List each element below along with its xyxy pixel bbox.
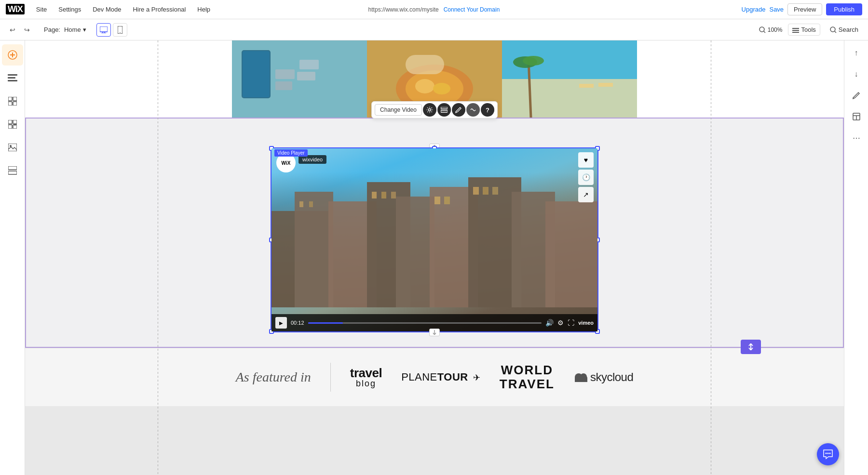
arrow-down-icon[interactable]: ↓ (848, 66, 865, 83)
svg-point-44 (433, 83, 450, 94)
volume-icon[interactable]: 🔊 (545, 319, 554, 327)
change-video-button[interactable]: Change Video (375, 104, 422, 116)
upgrade-button[interactable]: Upgrade (742, 6, 766, 13)
animation-icon-button[interactable] (466, 103, 480, 117)
svg-rect-75 (492, 187, 498, 195)
sidebar-item-blog[interactable] (2, 67, 23, 89)
svg-rect-71 (434, 197, 440, 204)
arrow-up-icon[interactable]: ↑ (848, 44, 865, 62)
svg-rect-72 (444, 197, 450, 204)
video-time: 00:12 (291, 320, 304, 326)
settings-video-icon[interactable]: ⚙ (557, 319, 564, 327)
fullscreen-icon[interactable]: ⛶ (568, 319, 574, 327)
svg-rect-37 (275, 81, 292, 90)
svg-rect-74 (483, 187, 488, 195)
video-toolbar: Change Video ? (371, 101, 498, 119)
undo-button[interactable]: ↩ (6, 23, 19, 37)
svg-rect-51 (579, 84, 594, 88)
share-icon-button[interactable]: ↗ (578, 187, 594, 202)
pencil-right-icon[interactable] (848, 87, 865, 104)
svg-point-53 (428, 109, 431, 111)
redo-button[interactable]: ↪ (20, 23, 34, 37)
pencil-icon-button[interactable] (452, 103, 465, 117)
svg-rect-47 (502, 79, 637, 118)
editor-toolbar: ↩ ↪ Page: Home ▾ 100% Tools Search (0, 19, 868, 40)
nav-site[interactable]: Site (32, 4, 51, 15)
chat-button[interactable] (817, 443, 839, 465)
svg-rect-68 (372, 192, 377, 198)
progress-bar[interactable] (308, 322, 542, 324)
zoom-control[interactable]: 100% (759, 26, 783, 33)
svg-rect-39 (299, 60, 319, 69)
nav-help[interactable]: Help (193, 4, 214, 15)
svg-point-11 (830, 27, 835, 32)
mobile-view-button[interactable] (113, 23, 127, 37)
svg-rect-23 (8, 120, 12, 124)
svg-rect-9 (792, 30, 799, 31)
url-bar-section: https://www.wix.com/mysite Connect Your … (368, 6, 500, 13)
brand-skycloud: skycloud (574, 370, 633, 384)
search-button[interactable]: Search (826, 24, 862, 35)
svg-rect-55 (441, 110, 448, 112)
publish-button[interactable]: Publish (826, 3, 862, 15)
top-toolbar: WiX Site Settings Dev Mode Hire a Profes… (0, 0, 868, 19)
undo-redo-group: ↩ ↪ (6, 23, 34, 37)
chevron-down-icon: ▾ (83, 26, 86, 33)
top-right-actions: Upgrade Save Preview Publish (742, 3, 862, 15)
svg-line-12 (835, 31, 836, 33)
nav-hire-professional[interactable]: Hire a Professional (129, 4, 190, 15)
video-player-wrapper: Video Player (271, 147, 598, 332)
svg-rect-20 (13, 97, 17, 101)
sidebar-item-pages[interactable] (2, 91, 23, 112)
sidebar-item-app-market[interactable] (2, 114, 23, 135)
tools-label: Tools (801, 26, 815, 33)
svg-point-85 (826, 453, 827, 454)
help-icon-button[interactable]: ? (481, 103, 494, 117)
svg-rect-54 (441, 107, 448, 109)
layout-icon-button[interactable] (437, 103, 451, 117)
sidebar-item-sections[interactable] (2, 160, 23, 181)
svg-rect-67 (309, 201, 313, 207)
tools-button[interactable]: Tools (788, 24, 820, 36)
video-content: WiX wixvideo ♥ 🕐 ↗ ▶ 00:12 (271, 148, 597, 331)
svg-rect-58 (295, 192, 333, 307)
section-divider-button[interactable] (741, 340, 761, 354)
svg-rect-8 (792, 28, 799, 29)
svg-rect-73 (473, 187, 479, 195)
svg-line-7 (764, 31, 765, 33)
svg-point-87 (829, 453, 831, 454)
play-button[interactable]: ▶ (275, 317, 287, 329)
video-side-icons: ♥ 🕐 ↗ (578, 152, 594, 202)
expand-handle-bottom[interactable] (429, 329, 440, 336)
nav-dev-mode[interactable]: Dev Mode (89, 4, 125, 15)
svg-rect-22 (13, 102, 17, 106)
page-selector[interactable]: Page: Home ▾ (40, 24, 91, 36)
svg-rect-19 (8, 97, 12, 101)
settings-icon-button[interactable] (423, 103, 436, 117)
video-player-label: Video Player (274, 149, 308, 157)
connect-domain-link[interactable]: Connect Your Domain (444, 6, 500, 13)
save-button[interactable]: Save (769, 6, 784, 13)
sidebar-item-media[interactable] (2, 137, 23, 158)
clock-icon-button[interactable]: 🕐 (578, 170, 594, 185)
preview-button[interactable]: Preview (787, 3, 822, 15)
svg-rect-38 (297, 72, 315, 80)
desktop-view-button[interactable] (96, 23, 111, 37)
video-player: WiX wixvideo ♥ 🕐 ↗ ▶ 00:12 (271, 147, 598, 332)
sidebar-item-add[interactable] (2, 44, 23, 66)
svg-rect-32 (8, 171, 17, 174)
view-toggle (96, 23, 127, 37)
heart-icon-button[interactable]: ♥ (578, 152, 594, 168)
svg-rect-21 (8, 102, 12, 106)
layout-right-icon[interactable] (848, 108, 865, 125)
svg-rect-31 (8, 166, 17, 170)
ellipsis-right-icon[interactable]: ⋯ (848, 129, 865, 146)
svg-rect-52 (598, 83, 613, 87)
brand-planetour: PLANETOUR ✈ (401, 371, 480, 383)
image-blue (232, 40, 367, 118)
guide-line-left (158, 40, 158, 475)
nav-settings[interactable]: Settings (54, 4, 85, 15)
wix-logo[interactable]: WiX (6, 4, 25, 14)
brand-world-travel: WORLD TRAVEL (500, 363, 555, 391)
svg-rect-24 (13, 120, 17, 124)
